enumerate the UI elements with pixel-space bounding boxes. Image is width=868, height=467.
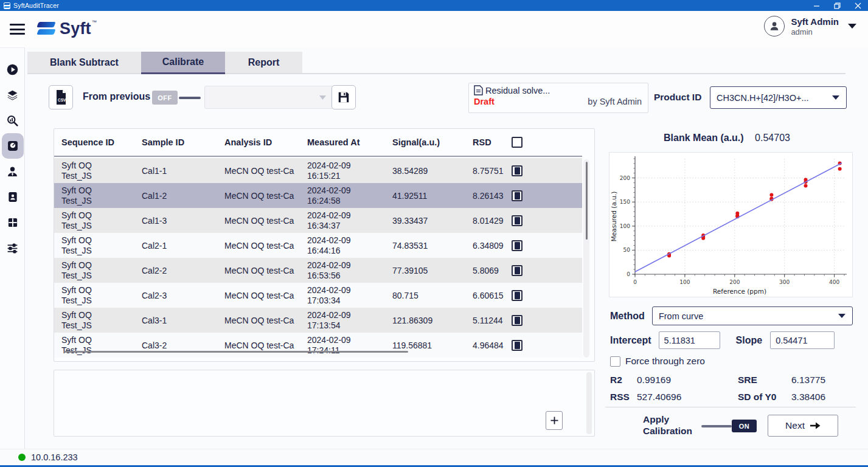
r2-label: R2 (610, 375, 622, 386)
next-button[interactable]: Next (768, 415, 838, 437)
toggle-off-pill: OFF (152, 91, 178, 105)
menu-icon[interactable] (10, 24, 25, 35)
table-cell: Cal2-3 (142, 290, 167, 300)
row-checkbox[interactable] (512, 340, 523, 351)
tab-calibrate[interactable]: Calibrate (141, 52, 225, 74)
sidebar (0, 47, 25, 450)
svg-text:150: 150 (620, 199, 630, 205)
table-row[interactable]: Syft OQ Test_JSCal3-1MeCN OQ test-Ca2024… (54, 308, 582, 333)
caret-down-icon (838, 313, 846, 319)
window-title: SyftAuditTracer (13, 2, 59, 9)
method-select[interactable]: From curve (652, 306, 853, 325)
row-checkbox[interactable] (512, 215, 523, 226)
table-cell: 119.56881 (392, 340, 432, 350)
product-id-select[interactable]: CH3CN.H+[42]/H3O+... (710, 86, 847, 109)
table-row[interactable]: Syft OQ Test_JSCal1-1MeCN OQ test-Ca2024… (54, 158, 582, 183)
restore-icon[interactable] (827, 0, 847, 11)
status-badge: Draft (474, 97, 495, 106)
table-cell: MeCN OQ test-Ca (224, 190, 294, 201)
method-label: Method (610, 311, 645, 322)
table-body: Syft OQ Test_JSCal1-1MeCN OQ test-Ca2024… (54, 158, 582, 358)
force-through-zero-row[interactable]: Force through zero (610, 356, 705, 367)
table-cell: Syft OQ Test_JS (61, 161, 113, 181)
row-checkbox[interactable] (512, 265, 523, 276)
sidebar-item-contact-badge[interactable] (0, 184, 25, 210)
sidebar-item-user-admin[interactable] (0, 159, 25, 184)
user-menu[interactable]: Syft Admin admin (764, 16, 857, 36)
plus-icon (550, 417, 558, 424)
row-checkbox[interactable] (512, 290, 523, 301)
table-vertical-scrollbar[interactable] (583, 159, 589, 358)
table-cell: 2024-02-0916:24:58 (307, 185, 365, 206)
sidebar-item-table-grid[interactable] (0, 210, 25, 235)
force-through-zero-label: Force through zero (625, 356, 705, 367)
minimize-icon[interactable] (806, 0, 827, 11)
sidebar-item-play[interactable] (0, 57, 25, 82)
row-checkbox[interactable] (512, 240, 523, 251)
calibration-table-panel: Sequence ID Sample ID Analysis ID Measur… (54, 128, 595, 362)
svg-text:100: 100 (620, 223, 630, 229)
table-row[interactable]: Syft OQ Test_JSCal1-2MeCN OQ test-Ca2024… (54, 183, 582, 208)
notes-panel (54, 370, 595, 437)
previous-calibration-select[interactable] (204, 86, 333, 109)
add-button[interactable] (546, 411, 563, 430)
table-cell: Syft OQ Test_JS (61, 310, 113, 331)
tab-report[interactable]: Report (225, 52, 302, 73)
product-id-label: Product ID (654, 92, 701, 103)
sidebar-item-search-analytics[interactable] (0, 108, 25, 133)
document-icon (474, 85, 483, 95)
table-row[interactable]: Syft OQ Test_JSCal2-3MeCN OQ test-Ca2024… (54, 283, 582, 308)
table-row[interactable]: Syft OQ Test_JSCal1-3MeCN OQ test-Ca2024… (54, 208, 582, 233)
sre-label: SRE (738, 375, 757, 386)
residual-info-box[interactable]: Residual solve... Draft by Syft Admin (468, 83, 648, 113)
table-cell: 8.26143 (473, 190, 504, 201)
caret-down-icon (832, 95, 840, 100)
apply-calibration-toggle[interactable]: ON (701, 420, 757, 432)
export-csv-button[interactable]: CSV (49, 85, 73, 109)
svg-text:Measured (a.u.): Measured (a.u.) (610, 192, 617, 242)
row-checkbox[interactable] (512, 315, 523, 326)
scrollbar-thumb[interactable] (586, 162, 588, 240)
row-checkbox[interactable] (512, 165, 523, 176)
intercept-field[interactable] (659, 331, 720, 349)
svg-text:100: 100 (679, 279, 690, 285)
table-cell: Cal1-1 (142, 165, 167, 176)
sidebar-item-layers[interactable] (0, 82, 25, 108)
sd-y0-label: SD of Y0 (738, 392, 776, 403)
from-previous-toggle[interactable]: OFF (152, 91, 201, 105)
notes-scrollbar[interactable] (586, 372, 592, 434)
svg-text:0: 0 (633, 279, 637, 285)
sidebar-item-calibrate[interactable] (0, 133, 25, 159)
table-cell: Cal3-1 (142, 315, 167, 325)
table-cell: 41.92511 (392, 190, 427, 201)
row-checkbox[interactable] (512, 190, 523, 201)
tab-blank-subtract[interactable]: Blank Subtract (27, 52, 141, 73)
table-cell: MeCN OQ test-Ca (224, 340, 294, 350)
user-role: admin (791, 27, 839, 36)
rss-label: RSS (610, 392, 630, 403)
col-analysis-id: Analysis ID (224, 137, 272, 147)
close-icon[interactable] (847, 0, 868, 11)
table-cell: MeCN OQ test-Ca (224, 265, 294, 275)
force-through-zero-checkbox[interactable] (610, 356, 620, 367)
sidebar-item-tune-settings[interactable] (0, 235, 25, 261)
table-cell: 6.34809 (473, 240, 504, 251)
table-horizontal-scrollbar[interactable] (64, 351, 408, 353)
product-id-value: CH3CN.H+[42]/H3O+... (717, 93, 809, 103)
table-cell: Syft OQ Test_JS (61, 185, 113, 206)
save-button[interactable] (332, 85, 356, 109)
residual-author: by Syft Admin (588, 97, 642, 106)
table-cell: 74.83531 (392, 240, 428, 251)
svg-text:50: 50 (623, 247, 631, 253)
svg-text:400: 400 (829, 279, 839, 285)
table-row[interactable]: Syft OQ Test_JSCal2-1MeCN OQ test-Ca2024… (54, 233, 582, 258)
table-cell: MeCN OQ test-Ca (224, 165, 294, 176)
table-row[interactable]: Syft OQ Test_JSCal2-2MeCN OQ test-Ca2024… (54, 258, 582, 283)
user-name: Syft Admin (791, 16, 839, 27)
svg-text:Reference (ppm): Reference (ppm) (713, 288, 766, 295)
table-cell: 39.33437 (392, 215, 428, 226)
table-cell: 38.54289 (392, 165, 428, 176)
slope-field[interactable] (770, 331, 835, 349)
table-row[interactable]: Syft OQ Test_JSCal3-2MeCN OQ test-Ca2024… (54, 333, 582, 358)
select-all-checkbox[interactable] (512, 137, 523, 148)
